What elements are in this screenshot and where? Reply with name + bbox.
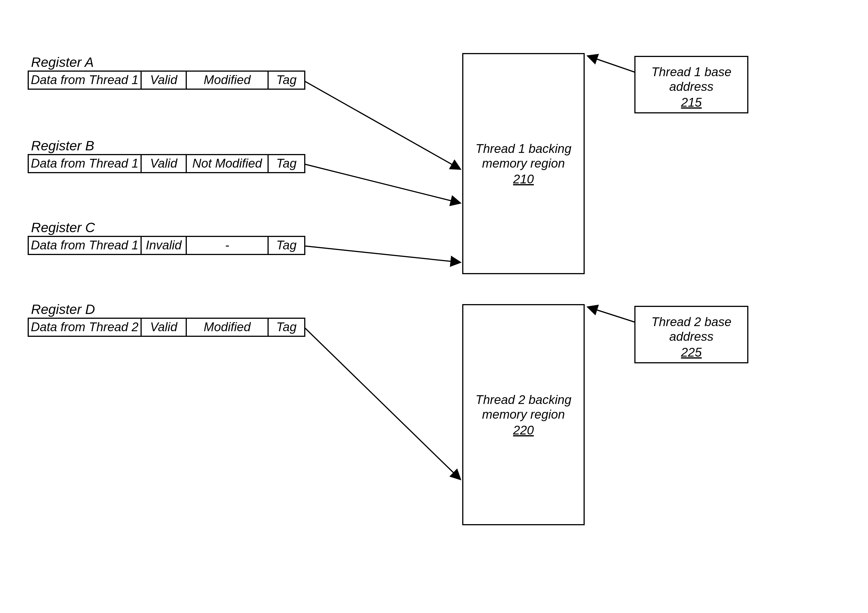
register-c-row: Data from Thread 1 Invalid - Tag (28, 237, 305, 254)
register-a-title: Register A (31, 55, 94, 70)
thread2-address: Thread 2 base address 225 (635, 306, 748, 363)
thread2-region-line1: Thread 2 backing (476, 393, 572, 407)
register-a-row: Data from Thread 1 Valid Modified Tag (28, 71, 305, 89)
thread1-region-line2: memory region (482, 156, 565, 170)
register-c-modified: - (225, 238, 229, 252)
register-d-title: Register D (31, 302, 95, 317)
thread2-address-ref: 225 (680, 345, 702, 359)
register-b-title: Register B (31, 138, 94, 153)
thread2-address-line2: address (670, 330, 714, 343)
arrow-regD-to-region2 (305, 328, 460, 480)
arrow-addr2-to-region2 (587, 307, 635, 322)
register-b: Register B Data from Thread 1 Valid Not … (28, 138, 305, 173)
thread1-address-line1: Thread 1 base (651, 65, 732, 79)
thread1-region-line1: Thread 1 backing (476, 142, 572, 155)
register-a: Register A Data from Thread 1 Valid Modi… (28, 55, 305, 89)
register-b-tag: Tag (276, 156, 296, 170)
thread2-region-line2: memory region (482, 407, 565, 421)
arrow-regB-to-region1 (305, 164, 460, 203)
thread1-address: Thread 1 base address 215 (635, 56, 748, 113)
thread2-region-ref: 220 (513, 423, 534, 437)
register-d-row: Data from Thread 2 Valid Modified Tag (28, 318, 305, 336)
thread1-region: Thread 1 backing memory region 210 (463, 54, 584, 274)
register-c-valid: Invalid (146, 238, 182, 252)
register-b-data: Data from Thread 1 (31, 156, 138, 170)
diagram-canvas: Register A Data from Thread 1 Valid Modi… (0, 0, 868, 613)
thread2-region: Thread 2 backing memory region 220 (463, 305, 584, 525)
register-d-data: Data from Thread 2 (31, 320, 138, 334)
register-a-tag: Tag (276, 73, 296, 87)
register-d-modified: Modified (204, 320, 251, 334)
register-a-data: Data from Thread 1 (31, 73, 138, 87)
register-d-tag: Tag (276, 320, 296, 334)
arrow-regA-to-region1 (305, 81, 460, 169)
thread2-address-line1: Thread 2 base (651, 315, 732, 329)
register-b-modified: Not Modified (192, 156, 262, 170)
register-b-row: Data from Thread 1 Valid Not Modified Ta… (28, 155, 305, 173)
register-a-modified: Modified (204, 73, 251, 87)
register-c-data: Data from Thread 1 (31, 238, 138, 252)
arrow-regC-to-region1 (305, 246, 460, 262)
thread1-address-ref: 215 (680, 95, 702, 109)
register-c-title: Register C (31, 220, 95, 235)
register-d: Register D Data from Thread 2 Valid Modi… (28, 302, 305, 336)
register-c: Register C Data from Thread 1 Invalid - … (28, 220, 305, 254)
register-d-valid: Valid (150, 320, 178, 334)
register-a-valid: Valid (150, 73, 178, 87)
thread1-region-ref: 210 (513, 172, 534, 186)
thread1-address-line2: address (670, 79, 714, 93)
register-b-valid: Valid (150, 156, 178, 170)
register-c-tag: Tag (276, 238, 296, 252)
arrow-addr1-to-region1 (587, 56, 635, 72)
